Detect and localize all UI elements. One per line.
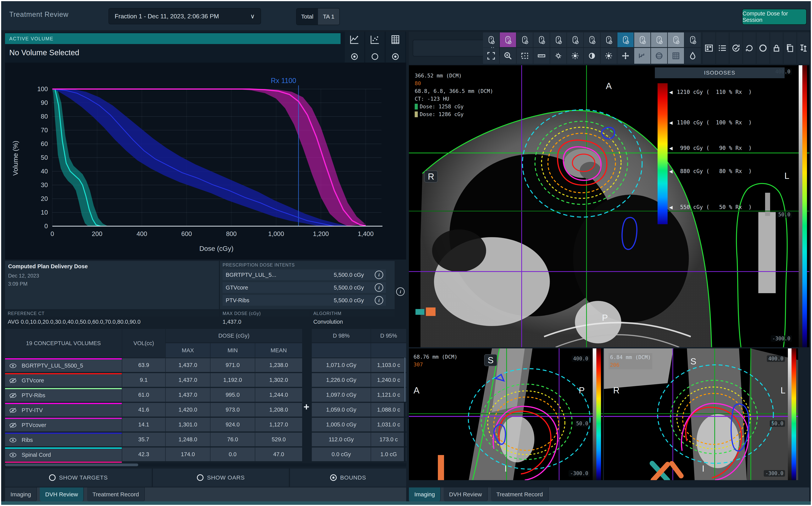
cell-max: 174.0 <box>166 447 210 461</box>
volumes-table-title[interactable]: 19 CONCEPTUAL VOLUMES <box>5 329 122 357</box>
grid-tool-mouse-binding[interactable] <box>668 32 684 47</box>
fraction-selector[interactable]: Fraction 1 - Dec 11, 2023, 2:06:36 PM ∨ <box>108 8 261 24</box>
table-vertical-scrollbar[interactable] <box>404 357 406 462</box>
window-tool-button[interactable] <box>601 48 617 64</box>
chart-mode-line[interactable] <box>345 32 364 63</box>
profile-tool-button[interactable] <box>634 48 650 64</box>
coronal-view[interactable]: 6.84 mm (DCM) 206 S R L I 400.0 50.0 -30… <box>604 348 798 480</box>
isodoses-title[interactable]: ISODOSES <box>655 67 785 78</box>
eye-icon[interactable] <box>8 363 17 369</box>
show-targets-label: SHOW TARGETS <box>59 474 108 481</box>
sagittal-colorbar[interactable] <box>593 348 601 480</box>
box-zoom-tool-button[interactable] <box>517 48 533 64</box>
right-tab-dvh-review[interactable]: DVH Review <box>444 488 488 501</box>
toggle-total[interactable]: Total <box>297 8 318 25</box>
show-oars-button[interactable]: SHOW OARS <box>153 469 289 487</box>
copy-button[interactable] <box>784 32 796 64</box>
radio-icon[interactable] <box>372 53 378 60</box>
invert-tool-mouse-binding[interactable] <box>584 32 600 47</box>
eye-off-icon[interactable] <box>8 407 17 414</box>
right-tab-imaging[interactable]: Imaging <box>409 488 441 501</box>
column-header-d95[interactable]: D 95% <box>371 329 406 342</box>
left-tab-treatment-record[interactable]: Treatment Record <box>87 488 145 501</box>
bounds-button[interactable]: BOUNDS <box>290 469 406 487</box>
layout-button[interactable] <box>703 32 715 64</box>
measure-tool-mouse-binding[interactable] <box>533 32 549 47</box>
eye-icon[interactable] <box>8 437 17 443</box>
chart-mode-scatter[interactable] <box>365 32 385 63</box>
brightness-down-tool-button[interactable] <box>550 48 567 64</box>
list-button[interactable] <box>716 32 729 64</box>
reset-confirm-button[interactable] <box>730 32 742 64</box>
column-expand-handle[interactable]: + <box>303 401 309 413</box>
circle-button[interactable] <box>757 32 769 64</box>
prescription-row[interactable]: BGRTPTV_LUL_5... 5,500.0 cGy i <box>223 269 386 280</box>
layout-icon <box>704 44 714 53</box>
left-tab-dvh-review[interactable]: DVH Review <box>40 488 84 501</box>
rotate-button[interactable] <box>743 32 755 64</box>
info-icon[interactable]: i <box>375 296 383 305</box>
profile-icon <box>638 52 647 60</box>
radio-selected-icon[interactable] <box>351 53 358 60</box>
dose-wash-tool-button[interactable] <box>685 48 701 64</box>
show-targets-button[interactable]: SHOW TARGETS <box>5 469 152 487</box>
window-level-tool-button[interactable] <box>483 48 499 64</box>
column-header-mean[interactable]: MEAN <box>255 343 302 357</box>
right-tab-treatment-record[interactable]: Treatment Record <box>491 488 549 501</box>
radio-selected-icon[interactable] <box>392 53 399 60</box>
sagittal-slice-number: 307 <box>414 361 458 368</box>
column-header-d98[interactable]: D 98% <box>312 329 371 342</box>
computed-plan-title: Computed Plan Delivery Dose <box>8 263 88 270</box>
info-icon[interactable]: i <box>396 287 405 296</box>
chart-mode-table[interactable] <box>386 32 405 63</box>
dose2-chip <box>415 111 418 117</box>
max-dose-label: MAX DOSE (cGy) <box>223 311 261 316</box>
dose-wash-tool-mouse-binding[interactable] <box>685 32 701 47</box>
sphere-tool-button[interactable] <box>651 48 667 64</box>
grid-tool-button[interactable] <box>668 48 684 64</box>
column-header-min[interactable]: MIN <box>210 343 255 357</box>
invert-tool-button[interactable] <box>584 48 600 64</box>
box-zoom-tool-mouse-binding[interactable] <box>517 32 533 47</box>
lock-button[interactable] <box>770 32 783 64</box>
cell-vol: 14.1 <box>122 418 165 431</box>
column-header-max[interactable]: MAX <box>166 343 210 357</box>
transfer-button[interactable] <box>797 32 810 64</box>
zoom-tool-mouse-binding[interactable] <box>500 32 516 47</box>
coronal-colorbar[interactable] <box>788 348 796 480</box>
measure-tool-button[interactable] <box>533 48 549 64</box>
info-icon[interactable]: i <box>375 271 383 279</box>
eye-off-icon[interactable] <box>8 422 17 428</box>
brightness-tool-button[interactable] <box>567 48 583 64</box>
table-horizontal-scrollbar[interactable] <box>5 463 406 467</box>
left-tab-imaging[interactable]: Imaging <box>5 488 37 501</box>
sphere-tool-mouse-binding[interactable] <box>651 32 667 47</box>
eye-off-icon[interactable] <box>8 393 17 399</box>
max-dose-value: 1,437.0 <box>223 319 241 325</box>
pan-tool-button[interactable] <box>617 48 634 64</box>
sagittal-view[interactable]: 68.76 mm (DCM) 307 S A P I 400.0 50.0 -3… <box>409 348 603 480</box>
axial-view[interactable]: 366.52 mm (DCM) 80 68.8, 6.8, 366.5 mm (… <box>409 65 809 347</box>
pan-tool-mouse-binding[interactable] <box>617 32 634 47</box>
info-icon[interactable]: i <box>375 283 383 292</box>
eye-icon[interactable] <box>8 452 17 458</box>
eye-off-icon[interactable] <box>8 377 17 384</box>
profile-tool-mouse-binding[interactable] <box>634 32 650 47</box>
prescription-row[interactable]: PTV-Ribs 5,500.0 cGy i <box>223 295 386 306</box>
svg-text:60: 60 <box>41 140 48 147</box>
prescription-row[interactable]: GTVcore 5,500.0 cGy i <box>223 282 386 293</box>
dvh-chart[interactable]: 02004006008001,0001,2001,400010203040506… <box>5 63 406 260</box>
svg-text:Rx 1100: Rx 1100 <box>271 77 296 85</box>
toggle-ta1[interactable]: TA 1 <box>318 8 339 25</box>
orient-superior: S <box>690 356 696 366</box>
brightness-down-tool-mouse-binding[interactable] <box>550 32 567 47</box>
compute-dose-button[interactable]: Compute Dose for Session <box>742 9 807 25</box>
column-header-vol[interactable]: VOL(cc) <box>122 329 165 357</box>
brightness-tool-mouse-binding[interactable] <box>567 32 583 47</box>
axial-colorbar[interactable] <box>799 65 807 347</box>
zoom-tool-button[interactable] <box>500 48 516 64</box>
window-level-tool-mouse-binding[interactable] <box>483 32 499 47</box>
fit-icon <box>487 52 496 60</box>
sun-icon <box>604 52 613 60</box>
window-tool-mouse-binding[interactable] <box>601 32 617 47</box>
